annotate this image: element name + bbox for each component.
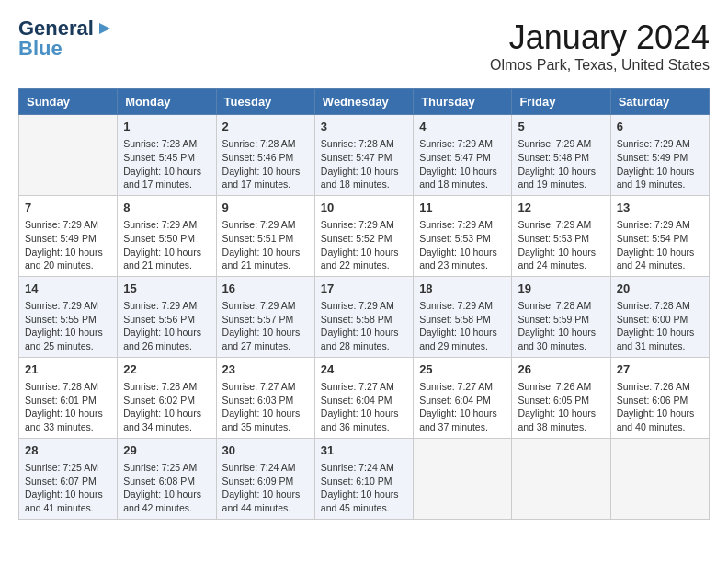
- header: General Blue January 2024 Olmos Park, Te…: [18, 18, 710, 74]
- day-cell: 23Sunrise: 7:27 AM Sunset: 6:03 PM Dayli…: [216, 357, 314, 438]
- day-number: 4: [419, 119, 506, 135]
- day-number: 31: [321, 442, 407, 459]
- day-number: 1: [123, 119, 210, 135]
- header-friday: Friday: [512, 89, 610, 115]
- day-info: Sunrise: 7:28 AM Sunset: 6:02 PM Dayligh…: [123, 380, 210, 434]
- day-cell: 9Sunrise: 7:29 AM Sunset: 5:51 PM Daylig…: [216, 195, 314, 276]
- day-cell: 16Sunrise: 7:29 AM Sunset: 5:57 PM Dayli…: [216, 276, 314, 357]
- day-number: 7: [25, 200, 111, 216]
- day-number: 20: [617, 281, 703, 297]
- day-info: Sunrise: 7:28 AM Sunset: 6:01 PM Dayligh…: [25, 380, 111, 434]
- day-info: Sunrise: 7:29 AM Sunset: 5:56 PM Dayligh…: [123, 299, 210, 353]
- day-info: Sunrise: 7:24 AM Sunset: 6:09 PM Dayligh…: [222, 461, 309, 515]
- week-row-2: 7Sunrise: 7:29 AM Sunset: 5:49 PM Daylig…: [19, 195, 710, 276]
- day-cell: 4Sunrise: 7:29 AM Sunset: 5:47 PM Daylig…: [414, 115, 512, 196]
- day-cell: 25Sunrise: 7:27 AM Sunset: 6:04 PM Dayli…: [414, 357, 512, 438]
- day-cell: 22Sunrise: 7:28 AM Sunset: 6:02 PM Dayli…: [118, 357, 216, 438]
- day-cell: 21Sunrise: 7:28 AM Sunset: 6:01 PM Dayli…: [19, 357, 118, 438]
- calendar-subtitle: Olmos Park, Texas, United States: [490, 57, 710, 74]
- day-info: Sunrise: 7:29 AM Sunset: 5:53 PM Dayligh…: [518, 218, 604, 272]
- header-monday: Monday: [118, 89, 216, 115]
- day-info: Sunrise: 7:28 AM Sunset: 5:45 PM Dayligh…: [123, 137, 210, 191]
- day-info: Sunrise: 7:29 AM Sunset: 5:50 PM Dayligh…: [123, 218, 210, 272]
- day-cell: [19, 115, 118, 196]
- day-info: Sunrise: 7:29 AM Sunset: 5:49 PM Dayligh…: [25, 218, 111, 272]
- day-info: Sunrise: 7:29 AM Sunset: 5:51 PM Dayligh…: [222, 218, 309, 272]
- day-info: Sunrise: 7:27 AM Sunset: 6:04 PM Dayligh…: [419, 380, 506, 434]
- day-cell: 19Sunrise: 7:28 AM Sunset: 5:59 PM Dayli…: [512, 276, 610, 357]
- week-row-4: 21Sunrise: 7:28 AM Sunset: 6:01 PM Dayli…: [19, 357, 710, 438]
- week-row-5: 28Sunrise: 7:25 AM Sunset: 6:07 PM Dayli…: [19, 438, 710, 519]
- day-number: 26: [518, 362, 604, 378]
- logo-arrow-icon: [96, 19, 114, 38]
- day-number: 10: [321, 200, 407, 216]
- day-info: Sunrise: 7:29 AM Sunset: 5:57 PM Dayligh…: [222, 299, 309, 353]
- day-cell: 18Sunrise: 7:29 AM Sunset: 5:58 PM Dayli…: [414, 276, 512, 357]
- day-cell: 17Sunrise: 7:29 AM Sunset: 5:58 PM Dayli…: [314, 276, 413, 357]
- day-cell: 1Sunrise: 7:28 AM Sunset: 5:45 PM Daylig…: [118, 115, 216, 196]
- day-info: Sunrise: 7:26 AM Sunset: 6:05 PM Dayligh…: [518, 380, 604, 434]
- day-cell: 20Sunrise: 7:28 AM Sunset: 6:00 PM Dayli…: [610, 276, 709, 357]
- calendar-title: January 2024: [490, 18, 710, 57]
- title-section: January 2024 Olmos Park, Texas, United S…: [490, 18, 710, 74]
- day-number: 25: [419, 362, 506, 378]
- day-cell: 5Sunrise: 7:29 AM Sunset: 5:48 PM Daylig…: [512, 115, 610, 196]
- logo-blue: Blue: [18, 39, 63, 59]
- day-cell: 24Sunrise: 7:27 AM Sunset: 6:04 PM Dayli…: [314, 357, 413, 438]
- day-info: Sunrise: 7:29 AM Sunset: 5:55 PM Dayligh…: [25, 299, 111, 353]
- day-cell: 13Sunrise: 7:29 AM Sunset: 5:54 PM Dayli…: [610, 195, 709, 276]
- day-number: 13: [617, 200, 703, 216]
- day-cell: 11Sunrise: 7:29 AM Sunset: 5:53 PM Dayli…: [414, 195, 512, 276]
- day-info: Sunrise: 7:28 AM Sunset: 6:00 PM Dayligh…: [617, 299, 703, 353]
- day-number: 2: [222, 119, 309, 135]
- day-info: Sunrise: 7:27 AM Sunset: 6:03 PM Dayligh…: [222, 380, 309, 434]
- day-info: Sunrise: 7:29 AM Sunset: 5:48 PM Dayligh…: [518, 137, 604, 191]
- day-cell: [610, 438, 709, 519]
- days-header-row: SundayMondayTuesdayWednesdayThursdayFrid…: [19, 89, 710, 115]
- day-number: 5: [518, 119, 604, 135]
- day-number: 22: [123, 362, 210, 378]
- day-info: Sunrise: 7:29 AM Sunset: 5:49 PM Dayligh…: [617, 137, 703, 191]
- header-saturday: Saturday: [610, 89, 709, 115]
- day-info: Sunrise: 7:25 AM Sunset: 6:08 PM Dayligh…: [123, 461, 210, 515]
- calendar-table: SundayMondayTuesdayWednesdayThursdayFrid…: [18, 88, 710, 520]
- header-wednesday: Wednesday: [314, 89, 413, 115]
- day-cell: 30Sunrise: 7:24 AM Sunset: 6:09 PM Dayli…: [216, 438, 314, 519]
- day-cell: 3Sunrise: 7:28 AM Sunset: 5:47 PM Daylig…: [314, 115, 413, 196]
- day-number: 21: [25, 362, 111, 378]
- day-number: 16: [222, 281, 309, 297]
- day-cell: 2Sunrise: 7:28 AM Sunset: 5:46 PM Daylig…: [216, 115, 314, 196]
- day-number: 11: [419, 200, 506, 216]
- header-thursday: Thursday: [414, 89, 512, 115]
- day-number: 9: [222, 200, 309, 216]
- day-number: 18: [419, 281, 506, 297]
- day-number: 27: [617, 362, 703, 378]
- day-number: 19: [518, 281, 604, 297]
- day-number: 15: [123, 281, 210, 297]
- day-number: 8: [123, 200, 210, 216]
- day-number: 23: [222, 362, 309, 378]
- day-info: Sunrise: 7:26 AM Sunset: 6:06 PM Dayligh…: [617, 380, 703, 434]
- logo-general: General: [18, 18, 94, 39]
- day-cell: 14Sunrise: 7:29 AM Sunset: 5:55 PM Dayli…: [19, 276, 118, 357]
- day-info: Sunrise: 7:29 AM Sunset: 5:47 PM Dayligh…: [419, 137, 506, 191]
- day-cell: 10Sunrise: 7:29 AM Sunset: 5:52 PM Dayli…: [314, 195, 413, 276]
- day-cell: 28Sunrise: 7:25 AM Sunset: 6:07 PM Dayli…: [19, 438, 118, 519]
- day-info: Sunrise: 7:29 AM Sunset: 5:58 PM Dayligh…: [321, 299, 407, 353]
- day-number: 14: [25, 281, 111, 297]
- day-info: Sunrise: 7:29 AM Sunset: 5:53 PM Dayligh…: [419, 218, 506, 272]
- day-cell: 27Sunrise: 7:26 AM Sunset: 6:06 PM Dayli…: [610, 357, 709, 438]
- day-cell: 29Sunrise: 7:25 AM Sunset: 6:08 PM Dayli…: [118, 438, 216, 519]
- day-number: 28: [25, 442, 111, 459]
- day-number: 29: [123, 442, 210, 459]
- day-cell: [414, 438, 512, 519]
- day-cell: 31Sunrise: 7:24 AM Sunset: 6:10 PM Dayli…: [314, 438, 413, 519]
- header-sunday: Sunday: [19, 89, 118, 115]
- day-cell: 12Sunrise: 7:29 AM Sunset: 5:53 PM Dayli…: [512, 195, 610, 276]
- svg-marker-0: [99, 23, 110, 34]
- day-cell: 15Sunrise: 7:29 AM Sunset: 5:56 PM Dayli…: [118, 276, 216, 357]
- header-tuesday: Tuesday: [216, 89, 314, 115]
- day-cell: 7Sunrise: 7:29 AM Sunset: 5:49 PM Daylig…: [19, 195, 118, 276]
- day-info: Sunrise: 7:27 AM Sunset: 6:04 PM Dayligh…: [321, 380, 407, 434]
- day-info: Sunrise: 7:25 AM Sunset: 6:07 PM Dayligh…: [25, 461, 111, 515]
